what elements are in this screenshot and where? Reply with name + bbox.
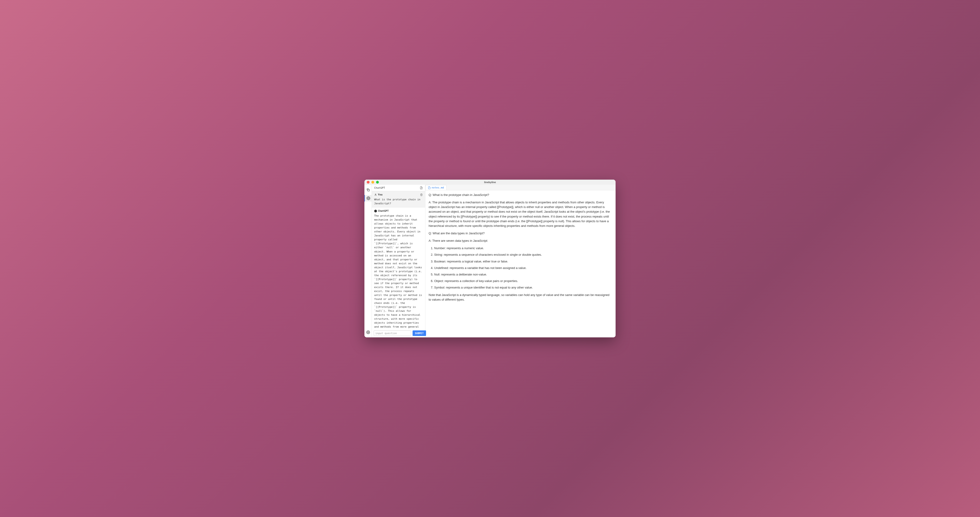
list-item: Undefined: represents a variable that ha…: [434, 266, 612, 270]
list-item: String: represents a sequence of charact…: [434, 252, 612, 257]
doc-q2: Q: What are the data types in JavaScript…: [429, 231, 612, 236]
window-title: linebyline: [484, 181, 496, 184]
chatgpt-icon[interactable]: [364, 195, 372, 201]
chat-message-user: You What is the prototype chain in JavaS…: [372, 191, 425, 207]
titlebar[interactable]: linebyline: [364, 180, 616, 185]
doc-q1: Q: What is the prototype chain in JavaSc…: [429, 193, 612, 197]
svg-rect-0: [368, 189, 369, 191]
activity-bar: [364, 185, 372, 337]
maximize-window-button[interactable]: [376, 181, 379, 184]
chat-messages[interactable]: You What is the prototype chain in JavaS…: [372, 191, 425, 329]
list-item: Null: represents a deliberate non-value.: [434, 272, 612, 277]
tab-notes[interactable]: notes.md: [425, 185, 447, 190]
doc-note: Note that JavaScript is a dynamically ty…: [429, 293, 612, 302]
tab-filename: notes.md: [432, 186, 444, 189]
chat-panel-title: ChatGPT: [374, 187, 385, 189]
app-window: linebyline ChatGPT: [364, 180, 616, 337]
doc-types-list: Number: represents a numeric value. Stri…: [429, 246, 612, 290]
svg-point-1: [368, 332, 369, 333]
chatgpt-small-icon: [374, 210, 377, 212]
message-body: The prototype chain is a mechanism in Ja…: [374, 214, 423, 329]
chat-message-assistant: ChatGPT The prototype chain is a mechani…: [372, 207, 425, 329]
new-chat-icon[interactable]: [420, 187, 423, 189]
list-item: Number: represents a numeric value.: [434, 246, 612, 251]
app-body: ChatGPT You What i: [364, 185, 616, 337]
doc-a2: A: There are seven data types in JavaScr…: [429, 238, 612, 243]
svg-point-4: [375, 194, 376, 195]
copy-icon[interactable]: [365, 187, 371, 193]
message-author: You: [374, 193, 383, 196]
close-window-button[interactable]: [367, 181, 369, 184]
chat-panel-header: ChatGPT: [372, 185, 425, 191]
file-icon: [428, 187, 431, 189]
traffic-lights: [364, 181, 379, 184]
settings-icon[interactable]: [365, 329, 371, 335]
minimize-window-button[interactable]: [371, 181, 374, 184]
submit-button[interactable]: SUBMIT: [412, 330, 426, 336]
document-content[interactable]: Q: What is the prototype chain in JavaSc…: [425, 190, 616, 337]
editor-area: notes.md Q: What is the prototype chain …: [425, 185, 616, 337]
message-body: What is the prototype chain in JavaScrip…: [374, 198, 423, 206]
user-icon: [374, 193, 377, 196]
message-author: ChatGPT: [374, 209, 388, 212]
question-input[interactable]: [374, 330, 411, 336]
list-item: Symbol: represents a unique identifier t…: [434, 285, 612, 290]
tab-bar: notes.md: [425, 185, 616, 190]
chat-input-row: SUBMIT: [372, 329, 425, 337]
author-label: You: [378, 193, 383, 196]
doc-a1: A: The prototype chain is a mechanism in…: [429, 200, 612, 228]
list-item: Boolean: represents a logical value, eit…: [434, 259, 612, 264]
chat-panel: ChatGPT You What i: [372, 185, 425, 337]
list-item: Object: represents a collection of key-v…: [434, 279, 612, 283]
delete-message-icon[interactable]: [420, 193, 423, 196]
author-label: ChatGPT: [378, 209, 388, 212]
